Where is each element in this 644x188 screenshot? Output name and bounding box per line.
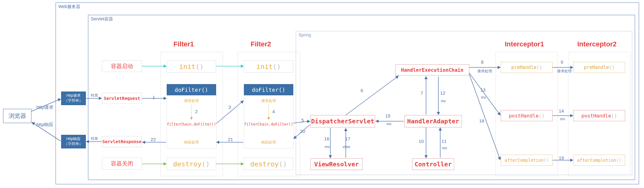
s2: 2 [195,109,198,114]
dispatcher-servlet: DispatcherServlet [310,115,375,127]
filter2-init-box: init() [244,60,293,73]
filter2-destroy-box: destroy() [244,158,293,170]
s12: 12 [440,90,445,96]
s4: 4 [272,109,275,114]
container-stop-box: 容器关闭 [102,158,142,169]
filter1-destroy-text: destroy() [173,160,210,168]
filter2-chain: filterChain.doFilter() [244,121,293,128]
servlet-request-box: ServletRequest [102,93,142,104]
s7: 7 [420,90,423,96]
spring-label: Spring [299,32,311,37]
servlet-response-box: ServletResponse [102,136,142,147]
servlet-response-text: ServletResponse [102,139,141,144]
i1-posthandle: postHandle() [501,110,553,121]
s21: 21 [228,137,233,142]
lbl-forward-2: 转发 [91,136,98,141]
i2-prehandle: preHandle() [573,62,625,73]
filter1-destroy-box: destroy() [167,158,216,170]
filter2-req-process: 请求处理 [244,97,293,105]
s20: 20 [300,129,305,134]
i2-aftercompletion: afterCompletion() [573,155,625,166]
s14-mv: mv [560,117,565,121]
s9: 9 [561,59,563,65]
i1-prehandle: preHandle() [501,62,553,73]
s8-sub: 请求处理 [477,69,492,74]
container-start-box: 容器启动 [102,60,142,72]
interceptor1-title: Interceptor1 [505,40,544,48]
http-response-box: Http响应 （字符串） [61,135,86,148]
container-stop-text: 容器关闭 [111,160,133,167]
http-request-box: Http请求 （字符串） [61,92,86,105]
s1: 1 [153,95,155,100]
filter2-init-text: init() [256,63,281,70]
browser-text: 浏览器 [9,112,26,120]
lbl-http-response: http响应 [36,122,53,128]
servlet-request-text: ServletRequest [104,96,140,101]
filter1-init-text: init() [179,63,203,70]
filter1-chain: filterChain.doFilter() [167,121,216,128]
browser-box: 浏览器 [3,109,31,123]
filter2-destroy-text: destroy() [250,160,287,168]
servlet-container-label: Servlet容器 [91,16,113,22]
s11: 11 [441,139,447,144]
s17-view: view [343,145,350,149]
controller: Controller [412,158,454,170]
web-server-label: Web服务器 [58,4,80,10]
s9-sub: 请求处理 [557,69,572,74]
s14: 14 [559,108,564,113]
filter2-dofilter: doFilter() [244,84,293,95]
filter2-title: Filter2 [251,40,271,48]
s6: 6 [361,88,363,93]
lbl-http-request: http请求 [36,105,53,110]
handler-adapter: HandlerAdapter [404,115,462,127]
interceptor2-title: Interceptor2 [577,40,617,48]
filter2-res-process: 响应处理 [244,139,293,146]
s10: 10 [419,139,424,144]
filter1-req-process: 请求处理 [167,97,216,105]
lbl-forward-1: 转发 [91,93,98,98]
s19: 19 [559,155,564,160]
view-resolver: ViewResolver [310,158,363,170]
s22: 22 [151,137,156,142]
filter1-res-process: 响应处理 [167,139,216,146]
s13-mv: mv [481,95,486,100]
s11-mv: mv [442,146,447,150]
s8: 8 [481,59,483,65]
s3: 3 [228,105,231,110]
s15: 15 [385,113,391,118]
filter1-title: Filter1 [174,40,194,48]
i1-aftercompletion: afterCompletion() [501,155,553,166]
handler-execution-chain: HandlerExecutionChain [395,64,469,75]
i2-posthandle: postHandle() [573,110,625,121]
filter1-dofilter: doFilter() [167,84,216,95]
container-start-text: 容器启动 [111,62,133,70]
s18: 18 [479,118,484,123]
s13: 13 [480,87,486,92]
s17: 17 [345,136,350,141]
s12-mv: mv [441,99,446,103]
filter1-init-box: init() [167,60,216,73]
s16: 16 [324,136,329,141]
s15-mv: mv [387,122,391,126]
s5: 5 [301,118,304,123]
s16-mv: mv [325,145,330,149]
